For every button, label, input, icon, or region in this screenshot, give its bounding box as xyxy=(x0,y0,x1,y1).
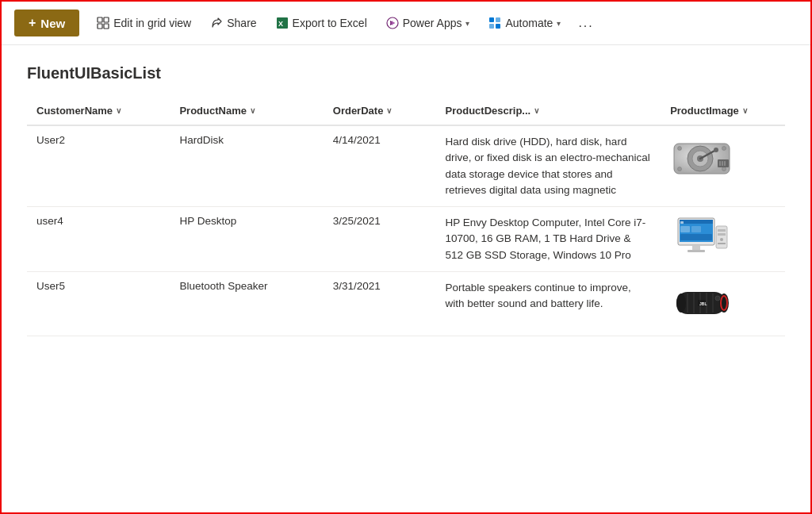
svg-rect-37 xyxy=(718,229,726,232)
svg-rect-34 xyxy=(692,245,700,250)
excel-icon: X xyxy=(276,17,289,29)
table-body: User2HardDisk4/14/2021Hard disk drive (H… xyxy=(27,125,785,336)
share-button[interactable]: Share xyxy=(202,12,264,34)
toolbar: + New Edit in grid view Share X xyxy=(2,2,810,45)
automate-icon xyxy=(488,17,501,29)
svg-point-20 xyxy=(678,167,682,171)
svg-point-47 xyxy=(676,293,686,313)
share-label: Share xyxy=(227,17,256,29)
product-image-hdd xyxy=(670,134,733,182)
cell-product-desc: Hard disk drive (HDD), hard disk, hard d… xyxy=(436,125,661,207)
svg-rect-8 xyxy=(496,17,500,22)
svg-text:JBL: JBL xyxy=(699,301,707,306)
svg-rect-25 xyxy=(724,161,726,166)
sort-icon-image: ∨ xyxy=(742,106,748,115)
export-excel-button[interactable]: X Export to Excel xyxy=(268,12,375,34)
col-header-desc[interactable]: ProductDescrip... ∨ xyxy=(436,98,661,125)
powerapps-chevron-icon: ▾ xyxy=(465,19,469,28)
share-icon xyxy=(210,17,223,29)
svg-point-19 xyxy=(722,147,726,151)
table-header: CustomerName ∨ ProductName ∨ OrderDate ∨ xyxy=(27,98,785,125)
table-row[interactable]: user4HP Desktop3/25/2021HP Envy Desktop … xyxy=(27,207,785,272)
cell-product-image: JBL xyxy=(661,271,785,336)
svg-rect-24 xyxy=(722,161,723,166)
cell-customer-name: User2 xyxy=(27,125,170,207)
data-table: CustomerName ∨ ProductName ∨ OrderDate ∨ xyxy=(27,98,785,336)
cell-order-date: 3/25/2021 xyxy=(324,207,436,272)
cell-product-desc: HP Envy Desktop Computer, Intel Core i7-… xyxy=(436,207,661,272)
export-excel-label: Export to Excel xyxy=(293,17,367,29)
col-header-product[interactable]: ProductName ∨ xyxy=(170,98,323,125)
plus-icon: + xyxy=(29,16,36,30)
svg-rect-23 xyxy=(719,161,721,166)
svg-rect-1 xyxy=(104,17,109,22)
powerapps-icon xyxy=(386,17,399,29)
col-header-image[interactable]: ProductImage ∨ xyxy=(661,98,785,125)
power-apps-label: Power Apps xyxy=(403,17,462,29)
product-image-speaker: JBL xyxy=(670,280,733,328)
svg-point-52 xyxy=(715,296,720,301)
svg-rect-2 xyxy=(98,24,102,29)
svg-rect-32 xyxy=(691,226,701,232)
cell-order-date: 3/31/2021 xyxy=(324,271,436,336)
sort-icon-date: ∨ xyxy=(386,106,392,115)
svg-point-39 xyxy=(720,238,723,241)
new-button[interactable]: + New xyxy=(14,10,79,36)
svg-rect-30 xyxy=(680,221,684,224)
col-header-date[interactable]: OrderDate ∨ xyxy=(324,98,436,125)
svg-rect-38 xyxy=(718,233,726,236)
cell-product-name: Bluetooth Speaker xyxy=(170,271,323,336)
cell-product-desc: Portable speakers continue to improve, w… xyxy=(436,271,661,336)
svg-rect-0 xyxy=(98,17,102,22)
table-row[interactable]: User5Bluetooth Speaker3/31/2021Portable … xyxy=(27,271,785,336)
main-content: FluentUIBasicList CustomerName ∨ Product… xyxy=(2,45,810,512)
sort-icon-customer: ∨ xyxy=(116,106,121,115)
sort-icon-desc: ∨ xyxy=(534,106,539,115)
svg-rect-29 xyxy=(680,220,713,224)
svg-rect-40 xyxy=(718,243,726,244)
svg-point-17 xyxy=(714,148,718,152)
power-apps-button[interactable]: Power Apps ▾ xyxy=(378,12,478,34)
cell-product-image xyxy=(661,207,785,272)
more-options-label: ... xyxy=(578,16,593,30)
cell-product-name: HardDisk xyxy=(170,125,323,207)
svg-rect-7 xyxy=(489,17,494,22)
new-button-label: New xyxy=(40,17,65,30)
automate-button[interactable]: Automate ▾ xyxy=(481,12,569,34)
svg-rect-31 xyxy=(680,226,690,232)
automate-chevron-icon: ▾ xyxy=(557,19,561,28)
table-row[interactable]: User2HardDisk4/14/2021Hard disk drive (H… xyxy=(27,125,785,207)
grid-icon xyxy=(97,17,109,29)
sort-icon-product: ∨ xyxy=(250,106,255,115)
svg-point-18 xyxy=(678,147,682,151)
cell-order-date: 4/14/2021 xyxy=(324,125,436,207)
automate-label: Automate xyxy=(505,17,553,29)
edit-grid-view-label: Edit in grid view xyxy=(113,17,191,29)
cell-customer-name: User5 xyxy=(27,271,170,336)
more-options-button[interactable]: ... xyxy=(572,11,599,35)
svg-rect-3 xyxy=(104,24,109,29)
svg-text:X: X xyxy=(278,20,283,28)
product-image-desktop xyxy=(670,215,733,263)
svg-rect-10 xyxy=(496,24,500,29)
cell-product-image xyxy=(661,125,785,207)
page-title: FluentUIBasicList xyxy=(27,64,785,82)
cell-customer-name: user4 xyxy=(27,207,170,272)
cell-product-name: HP Desktop xyxy=(170,207,323,272)
svg-rect-33 xyxy=(680,234,712,240)
svg-rect-9 xyxy=(489,24,494,29)
svg-point-21 xyxy=(722,167,726,171)
col-header-customer[interactable]: CustomerName ∨ xyxy=(27,98,170,125)
edit-grid-view-button[interactable]: Edit in grid view xyxy=(89,12,199,34)
svg-rect-35 xyxy=(688,250,705,252)
